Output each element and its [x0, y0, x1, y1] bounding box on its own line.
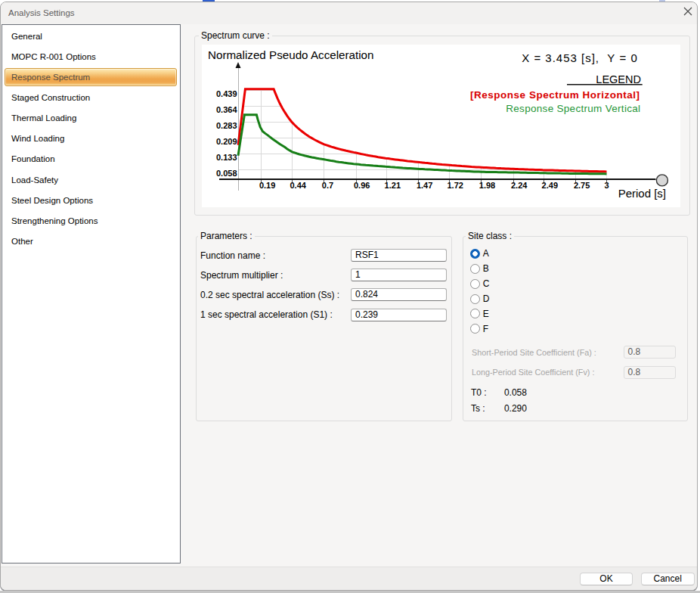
svg-text:0.19: 0.19 [259, 181, 275, 190]
svg-text:0.44: 0.44 [290, 181, 307, 190]
svg-text:1.47: 1.47 [417, 181, 432, 190]
svg-text:0.133: 0.133 [216, 153, 237, 162]
svg-text:0.7: 0.7 [322, 181, 333, 190]
svg-text:1.72: 1.72 [448, 181, 463, 190]
svg-text:2.49: 2.49 [542, 181, 558, 190]
svg-text:1.98: 1.98 [479, 181, 495, 190]
svg-text:0.058: 0.058 [216, 169, 237, 178]
svg-text:0.283: 0.283 [216, 121, 237, 130]
svg-text:1.21: 1.21 [385, 181, 401, 190]
svg-text:Normalized Pseudo Acceleration: Normalized Pseudo Acceleration [208, 48, 374, 61]
svg-text:0.209: 0.209 [216, 137, 237, 146]
svg-text:0.364: 0.364 [216, 105, 237, 114]
svg-text:X = 3.453 [s], Y = 0: X = 3.453 [s], Y = 0 [522, 51, 638, 64]
svg-text:2.24: 2.24 [511, 181, 528, 190]
svg-text:0.439: 0.439 [216, 89, 237, 98]
svg-text:3: 3 [605, 181, 609, 190]
svg-text:2.75: 2.75 [574, 181, 590, 190]
svg-text:0.96: 0.96 [354, 181, 370, 190]
svg-text:[Response Spectrum Horizontal]: [Response Spectrum Horizontal] [470, 89, 640, 101]
svg-text:Period [s]: Period [s] [618, 187, 666, 200]
svg-text:Response Spectrum Vertical: Response Spectrum Vertical [506, 103, 640, 114]
svg-text:LEGEND: LEGEND [596, 73, 641, 85]
